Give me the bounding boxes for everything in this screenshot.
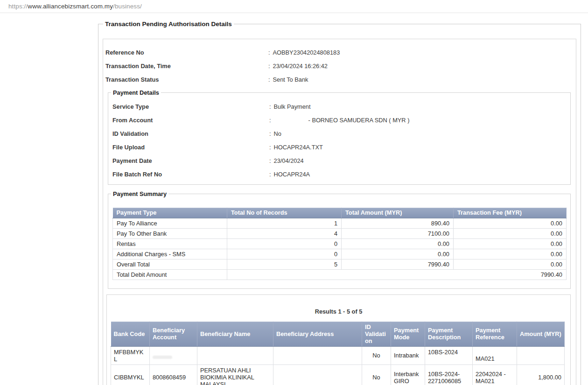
field-label: File Batch Ref No [111,170,269,179]
field-colon: : [268,49,270,57]
records-cell: 1 [227,218,342,228]
summary-col-total-amount: Total Amount (MYR) [342,208,454,218]
field-id-validation: ID Validation : No [111,130,567,138]
col-payment-reference: Payment Reference [473,322,517,347]
redacted-smudge [153,356,172,359]
field-payment-date: Payment Date : 23/04/2024 [111,157,567,165]
field-value: No [274,130,281,138]
records-cell: 0 [227,238,342,249]
total-debit-row: Total Debit Amount 7990.40 [113,269,567,280]
url-host: www.alliancebizsmart.com.my [28,3,113,10]
field-label: From Account [111,116,269,125]
beneficiary-name-cell [197,346,273,364]
field-transaction-date-time: Transaction Date, Time : 23/04/2024 16:2… [104,62,571,70]
col-beneficiary-address: Beneficiary Address [273,322,362,347]
field-colon: : [269,130,271,138]
panel-title: Transaction Pending Authorisation Detail… [103,21,234,28]
field-colon: : [269,157,271,165]
payment-description-cell: 10BS-2024-2271006085 [425,364,473,385]
browser-address-bar[interactable]: https://www.alliancebizsmart.com.my/busi… [0,0,588,13]
field-service-type: Service Type : Bulk Payment [111,103,567,111]
payment-mode-cell: Intrabank [391,346,425,364]
field-file-batch-ref-no: File Batch Ref No : HOCAPR24A [111,170,567,179]
fee-cell: 0.00 [454,218,567,228]
field-reference-no: Reference No : AOBBY23042024808183 [104,49,571,57]
payment-description-cell: 10BS-2024 [425,346,473,364]
results-section: Results 1 - 5 of 5 Bank Code Beneficiary… [106,294,571,385]
details-frame: Reference No : AOBBY23042024808183 Trans… [103,39,576,385]
records-cell: 4 [227,228,342,238]
bank-code-cell: MFBBMYKL [111,346,150,364]
bank-code-cell: CIBBMYKL [111,364,150,385]
field-value: Bulk Payment [274,103,311,111]
beneficiary-address-cell [273,346,362,364]
amount-cell: 7100.00 [342,228,454,238]
total-debit-label: Total Debit Amount [113,269,227,280]
payment-mode-cell: Interbank GIRO [391,364,425,385]
field-from-account: From Account : - BORNEO SAMUDERA SDN ( M… [111,116,567,125]
field-value: - BORNEO SAMUDERA SDN ( MYR ) [308,116,410,125]
payment-summary-title: Payment Summary [111,190,168,197]
payment-type-cell: Overall Total [113,259,227,269]
beneficiary-account-cell: 8008608459 [150,364,197,385]
transaction-pending-authorisation-panel: Transaction Pending Authorisation Detail… [98,21,581,385]
col-beneficiary-account: Beneficiary Account [150,322,197,347]
field-colon: : [269,143,271,152]
col-payment-mode: Payment Mode [391,322,425,347]
payment-details-title: Payment Details [111,89,161,96]
amount-cell: 0.00 [342,249,454,259]
amount-cell: 1,800.00 [517,364,565,385]
beneficiary-table: Bank Code Beneficiary Account Beneficiar… [111,322,565,385]
table-row: Overall Total 5 7990.40 0.00 [113,259,567,269]
payment-summary-section: Payment Summary Payment Type Total No of… [108,190,571,289]
payment-type-cell: Pay To Other Bank [113,228,227,238]
url-scheme: https:// [8,3,28,10]
field-value: AOBBY23042024808183 [273,49,340,57]
payment-reference-cell: 22042024 - MA021 [473,364,517,385]
table-row: Additional Charges - SMS 0 0.00 0.00 [113,249,567,259]
col-payment-description: Payment Description [425,322,473,347]
beneficiary-account-cell [150,346,197,364]
field-value: HOCAPR24A [274,170,310,179]
records-cell: 5 [227,259,342,269]
beneficiary-address-cell [273,364,362,385]
results-count: Results 1 - 5 of 5 [107,308,570,315]
field-colon: : [269,170,271,179]
fee-cell: 0.00 [454,228,567,238]
field-value: 23/04/2024 [274,157,304,165]
summary-header-row: Payment Type Total No of Records Total A… [113,208,567,218]
field-label: Transaction Status [104,76,268,84]
field-file-upload: File Upload : HOCAPR24A.TXT [111,143,567,152]
payment-type-cell: Pay To Alliance [113,218,227,228]
field-label: Payment Date [111,157,269,165]
col-amount-myr: Amount (MYR) [517,322,565,347]
url-path: /business/ [113,3,142,10]
col-id-validation: ID Validation [362,322,391,347]
summary-col-total-records: Total No of Records [227,208,342,218]
amount-cell [517,346,565,364]
field-value: HOCAPR24A.TXT [274,143,323,152]
col-beneficiary-name: Beneficiary Name [197,322,273,347]
field-label: Service Type [111,103,269,111]
payment-details-section: Payment Details Service Type : Bulk Paym… [108,89,571,185]
records-cell: 0 [227,249,342,259]
fee-cell: 0.00 [454,238,567,249]
total-debit-value: 7990.40 [227,269,567,280]
beneficiary-name-cell: PERSATUAN AHLI BIOKIMIA KLINIKAL MALAYSI [197,364,273,385]
amount-cell: 7990.40 [342,259,454,269]
field-colon: : [268,62,270,70]
field-transaction-status: Transaction Status : Sent To Bank [104,76,571,84]
field-colon: : [268,76,270,84]
table-row: Rentas 0 0.00 0.00 [113,238,567,249]
payment-reference-cell: MA021 [473,346,517,364]
field-colon: : [269,103,271,111]
results-header-row: Bank Code Beneficiary Account Beneficiar… [111,322,565,347]
field-label: ID Validation [111,130,269,138]
id-validation-cell: No [362,364,391,385]
field-colon: : [269,116,271,125]
summary-col-payment-type: Payment Type [113,208,227,218]
col-bank-code: Bank Code [111,322,150,347]
field-label: Transaction Date, Time [104,62,268,70]
field-label: Reference No [104,49,268,57]
field-value: 23/04/2024 16:26:42 [273,62,328,70]
